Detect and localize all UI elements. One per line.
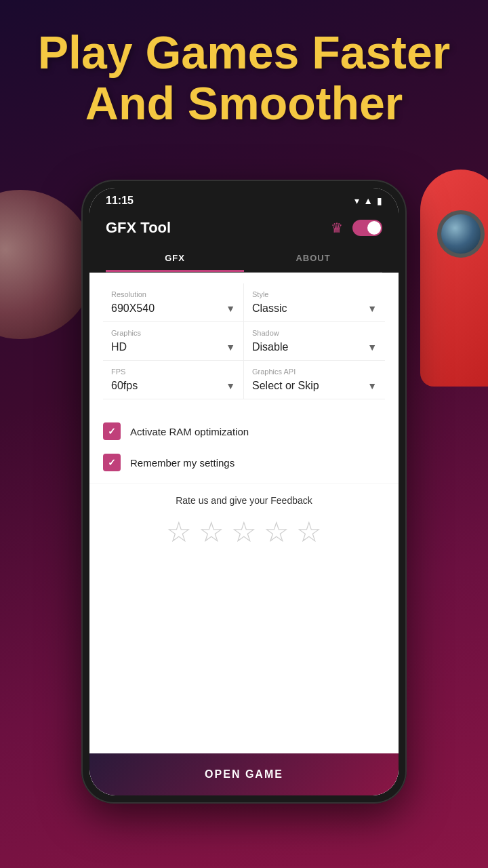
shadow-value: Disable bbox=[252, 341, 288, 353]
main-content: Resolution 690X540 ▼ Style Classic ▼ bbox=[89, 273, 399, 795]
signal-icon: ▲ bbox=[363, 195, 373, 206]
crown-icon: ♛ bbox=[331, 220, 343, 236]
star-5[interactable]: ☆ bbox=[296, 515, 322, 549]
checkbox-settings-check: ✓ bbox=[108, 457, 116, 468]
checkbox-settings-label: Remember my settings bbox=[130, 457, 235, 469]
status-bar: 11:15 ▾ ▲ ▮ bbox=[89, 188, 399, 212]
fps-label: FPS bbox=[111, 368, 235, 376]
settings-card: Resolution 690X540 ▼ Style Classic ▼ bbox=[89, 273, 399, 410]
resolution-cell: Resolution 690X540 ▼ bbox=[103, 283, 244, 322]
star-4[interactable]: ☆ bbox=[264, 515, 289, 549]
graphics-value: HD bbox=[111, 341, 127, 353]
shadow-label: Shadow bbox=[252, 329, 377, 337]
checkbox-row-ram[interactable]: ✓ Activate RAM optimization bbox=[103, 416, 385, 447]
wifi-icon: ▾ bbox=[354, 195, 359, 206]
bg-planet-decoration bbox=[0, 190, 95, 339]
graphics-api-label: Graphics API bbox=[252, 368, 377, 376]
checkbox-row-settings[interactable]: ✓ Remember my settings bbox=[103, 447, 385, 478]
star-1[interactable]: ☆ bbox=[166, 515, 192, 549]
content-spacer bbox=[89, 559, 399, 753]
graphics-label: Graphics bbox=[111, 329, 235, 337]
phone-mockup: 11:15 ▾ ▲ ▮ GFX Tool ♛ bbox=[81, 180, 407, 804]
style-label: Style bbox=[252, 290, 377, 298]
resolution-label: Resolution bbox=[111, 290, 235, 298]
hero-title: Play Games Faster And Smoother bbox=[27, 27, 461, 129]
app-title: GFX Tool bbox=[106, 219, 171, 237]
tab-about[interactable]: ABOUT bbox=[244, 246, 382, 272]
fps-cell: FPS 60fps ▼ bbox=[103, 361, 244, 399]
star-3[interactable]: ☆ bbox=[231, 515, 257, 549]
checkbox-settings-box[interactable]: ✓ bbox=[103, 454, 121, 471]
graphics-api-cell: Graphics API Select or Skip ▼ bbox=[244, 361, 385, 399]
stars-row: ☆ ☆ ☆ ☆ ☆ bbox=[103, 515, 385, 549]
graphics-api-value: Select or Skip bbox=[252, 380, 319, 392]
shadow-cell: Shadow Disable ▼ bbox=[244, 322, 385, 361]
open-game-button[interactable]: OPEN GAME bbox=[89, 753, 399, 795]
resolution-dropdown[interactable]: 690X540 ▼ bbox=[111, 302, 235, 315]
shadow-dropdown[interactable]: Disable ▼ bbox=[252, 341, 377, 353]
dropdown-grid: Resolution 690X540 ▼ Style Classic ▼ bbox=[103, 283, 385, 399]
graphics-arrow: ▼ bbox=[226, 342, 235, 353]
style-cell: Style Classic ▼ bbox=[244, 283, 385, 322]
header-icons: ♛ bbox=[331, 220, 382, 236]
bg-rocket-decoration bbox=[407, 170, 488, 427]
toggle-switch[interactable] bbox=[352, 220, 382, 236]
fps-value: 60fps bbox=[111, 380, 138, 392]
battery-icon: ▮ bbox=[377, 195, 382, 206]
toggle-knob bbox=[367, 221, 381, 235]
graphics-cell: Graphics HD ▼ bbox=[103, 322, 244, 361]
tabs-bar: GFX ABOUT bbox=[106, 246, 382, 273]
status-icons: ▾ ▲ ▮ bbox=[354, 195, 382, 206]
tab-gfx[interactable]: GFX bbox=[106, 246, 244, 272]
app-title-row: GFX Tool ♛ bbox=[106, 219, 382, 237]
rating-text: Rate us and give your Feedback bbox=[103, 495, 385, 506]
hero-section: Play Games Faster And Smoother bbox=[0, 27, 488, 129]
phone-screen: 11:15 ▾ ▲ ▮ GFX Tool ♛ bbox=[89, 188, 399, 795]
shadow-arrow: ▼ bbox=[367, 342, 377, 353]
style-dropdown[interactable]: Classic ▼ bbox=[252, 302, 377, 315]
star-2[interactable]: ☆ bbox=[199, 515, 224, 549]
graphics-api-arrow: ▼ bbox=[367, 380, 377, 391]
checkbox-ram-box[interactable]: ✓ bbox=[103, 422, 121, 440]
rating-section: Rate us and give your Feedback ☆ ☆ ☆ ☆ ☆ bbox=[89, 484, 399, 559]
style-arrow: ▼ bbox=[367, 303, 377, 314]
phone-shell: 11:15 ▾ ▲ ▮ GFX Tool ♛ bbox=[81, 180, 407, 804]
graphics-dropdown[interactable]: HD ▼ bbox=[111, 341, 235, 353]
checkbox-ram-check: ✓ bbox=[108, 426, 116, 437]
graphics-api-dropdown[interactable]: Select or Skip ▼ bbox=[252, 380, 377, 392]
fps-dropdown[interactable]: 60fps ▼ bbox=[111, 380, 235, 392]
resolution-arrow: ▼ bbox=[226, 303, 235, 314]
checkbox-ram-label: Activate RAM optimization bbox=[130, 426, 249, 437]
resolution-value: 690X540 bbox=[111, 302, 155, 315]
style-value: Classic bbox=[252, 302, 287, 315]
checkbox-section: ✓ Activate RAM optimization ✓ Remember m… bbox=[89, 410, 399, 484]
fps-arrow: ▼ bbox=[226, 380, 235, 391]
app-header: GFX Tool ♛ GFX ABOUT bbox=[89, 212, 399, 273]
status-time: 11:15 bbox=[106, 195, 134, 207]
